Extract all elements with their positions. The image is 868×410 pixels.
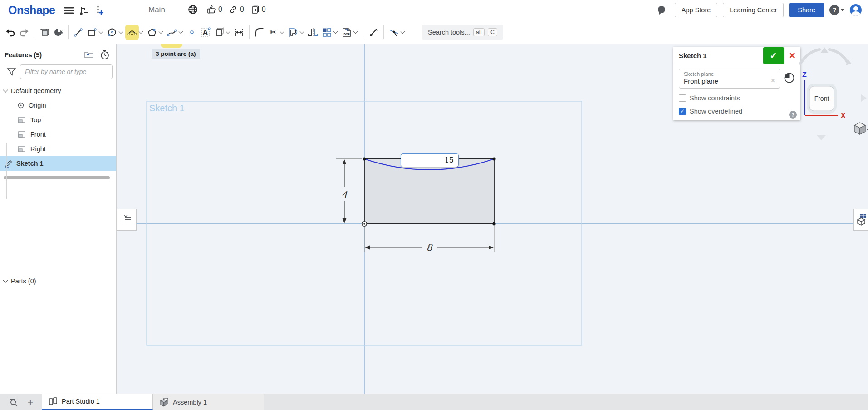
accept-sketch-button[interactable]: ✓ <box>763 47 784 64</box>
tree-group-default-geometry[interactable]: Default geometry <box>0 84 116 98</box>
tilt-up-arrow[interactable] <box>821 47 828 53</box>
chevron-down-icon[interactable] <box>139 30 143 34</box>
tab-assembly-1[interactable]: Assembly 1 <box>153 394 264 410</box>
tree-item-right[interactable]: Right <box>0 142 116 156</box>
rollback-bar[interactable] <box>4 176 110 179</box>
sketch-vertex[interactable] <box>492 157 495 160</box>
redo-button[interactable] <box>17 25 31 40</box>
sketch-region[interactable] <box>364 159 494 224</box>
viewcube-face-label[interactable]: Front <box>814 95 829 102</box>
pattern-tool[interactable] <box>320 25 333 40</box>
show-constraints-checkbox[interactable] <box>679 94 686 102</box>
clear-selection-icon[interactable]: × <box>771 77 775 85</box>
three-point-arc-tool[interactable] <box>125 25 139 40</box>
chevron-down-icon[interactable] <box>3 87 8 92</box>
trim-tool[interactable]: ✂ <box>266 25 280 40</box>
show-constraints-label: Show constraints <box>690 94 740 102</box>
chevron-down-icon[interactable] <box>333 30 338 34</box>
parts-group[interactable]: Parts (0) <box>0 274 116 288</box>
top-header: Onshape Main 0 0 0 <box>0 0 868 20</box>
offset-tool[interactable] <box>286 25 300 40</box>
mirror-tool[interactable] <box>306 25 320 40</box>
onshape-logo[interactable]: Onshape <box>8 4 55 17</box>
spline-tool[interactable] <box>165 25 179 40</box>
tree-item-top[interactable]: Top <box>0 113 116 127</box>
copies-stat[interactable]: 0 <box>250 5 266 14</box>
document-title[interactable]: Main <box>148 5 165 15</box>
sketch-dialog-header[interactable]: Sketch 1 ✓ ✕ <box>673 47 800 64</box>
manage-tabs-icon[interactable] <box>7 395 21 409</box>
user-avatar[interactable] <box>850 4 862 16</box>
insert-folder-icon[interactable] <box>83 50 94 60</box>
use-project-tool[interactable] <box>212 25 226 40</box>
sketch-vertex[interactable] <box>492 222 495 225</box>
chevron-down-icon[interactable] <box>179 30 183 34</box>
chevron-down-icon[interactable] <box>280 30 284 34</box>
constraint-tool[interactable] <box>387 25 401 40</box>
measure-tool[interactable] <box>367 25 380 40</box>
chevron-down-icon <box>841 9 844 11</box>
line-tool[interactable] <box>72 25 85 40</box>
final-state-clock-icon[interactable] <box>784 72 795 84</box>
tree-item-sketch1-selected[interactable]: Sketch 1 <box>0 156 116 171</box>
chevron-down-icon[interactable] <box>226 30 230 34</box>
import-dxf-tool[interactable]: DXF <box>340 25 353 40</box>
insert-version-icon[interactable] <box>92 3 108 18</box>
dimension-value-input[interactable]: 15 <box>401 153 459 167</box>
variables-table-flyout[interactable] <box>853 209 868 231</box>
likes-stat[interactable]: 0 <box>207 5 222 14</box>
features-panel: Features (5) Default geometry <box>0 44 117 394</box>
features-filter-input[interactable] <box>20 64 113 79</box>
dimension-tool[interactable] <box>232 25 246 40</box>
show-overdefined-checkbox[interactable]: ✓ <box>679 108 686 115</box>
tab-part-studio-1[interactable]: Part Studio 1 <box>42 394 153 410</box>
rectangle-tool[interactable] <box>85 25 99 40</box>
add-tab-button[interactable]: + <box>24 395 37 409</box>
chevron-down-icon[interactable] <box>159 30 163 34</box>
help-menu[interactable]: ? <box>829 5 844 15</box>
app-store-button[interactable]: App Store <box>675 3 718 17</box>
rotate-left-arrow[interactable] <box>800 49 819 64</box>
copies-count: 0 <box>262 5 266 14</box>
sketch-text-tool[interactable]: A <box>199 25 212 40</box>
sketch-plane-field[interactable]: Sketch plane Front plane × <box>679 69 780 89</box>
scissors-icon: ✂ <box>270 27 276 37</box>
chevron-down-icon[interactable] <box>300 30 304 34</box>
chevron-down-icon[interactable] <box>353 30 358 34</box>
revolve-tool[interactable] <box>51 25 65 40</box>
view-cube: Z X Front <box>795 46 868 143</box>
learning-center-button[interactable]: Learning Center <box>723 3 784 17</box>
pan-right-arrow[interactable] <box>861 94 867 102</box>
tilt-down-arrow[interactable] <box>817 135 826 140</box>
onshape-app: Onshape Main 0 0 0 <box>0 0 868 410</box>
public-globe-icon[interactable] <box>185 2 201 17</box>
links-stat[interactable]: 0 <box>229 5 244 14</box>
show-overdefined-row[interactable]: ✓ Show overdefined <box>679 108 795 115</box>
tree-item-front[interactable]: Front <box>0 127 116 142</box>
chevron-down-icon[interactable] <box>401 30 405 34</box>
view-options-cube-icon[interactable] <box>854 123 865 134</box>
circle-tool[interactable] <box>105 25 119 40</box>
point-tool[interactable] <box>185 25 199 40</box>
search-tools-box[interactable]: Search tools... alt C <box>422 25 503 40</box>
extrude-tool[interactable] <box>38 25 51 40</box>
show-constraints-row[interactable]: Show constraints <box>679 94 795 102</box>
chevron-down-icon[interactable] <box>119 30 123 34</box>
rollback-history-icon[interactable] <box>100 50 110 60</box>
share-button[interactable]: Share <box>789 3 824 17</box>
polygon-tool[interactable] <box>145 25 159 40</box>
fillet-tool[interactable] <box>253 25 266 40</box>
chevron-down-icon[interactable] <box>99 30 103 34</box>
hamburger-menu-icon[interactable] <box>61 3 77 18</box>
chevron-down-icon[interactable] <box>3 277 8 282</box>
help-icon[interactable]: ? <box>829 5 839 15</box>
tree-item-origin[interactable]: Origin <box>0 98 116 113</box>
comment-icon[interactable] <box>654 2 669 18</box>
versions-icon[interactable] <box>77 3 92 18</box>
sketch-vertex[interactable] <box>363 157 366 160</box>
rotate-right-arrow[interactable] <box>829 49 847 62</box>
dim-height-label[interactable]: 4 <box>342 189 348 200</box>
dimension-list-flyout[interactable] <box>117 209 137 231</box>
undo-button[interactable] <box>4 25 17 40</box>
graphics-canvas[interactable]: 4 8 3 point arc (a) Sketch 1 15 <box>117 44 868 394</box>
